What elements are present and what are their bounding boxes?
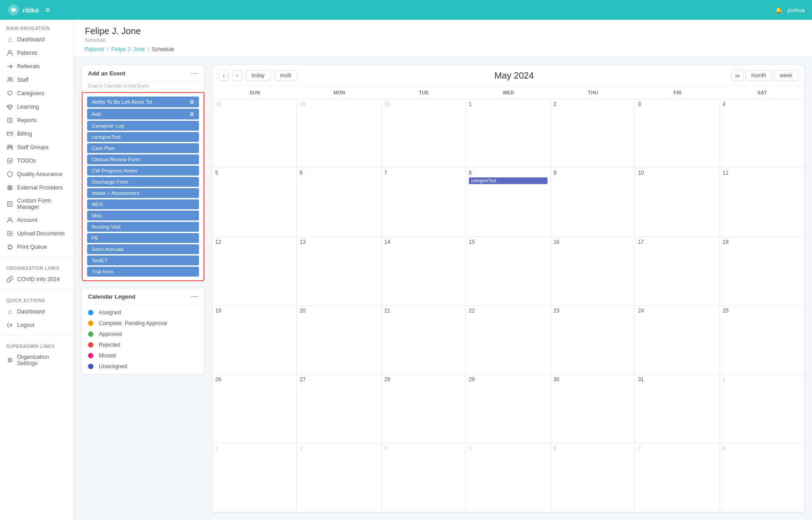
calendar-cell[interactable]: 28: [212, 99, 297, 167]
calendar-cell[interactable]: 2: [551, 99, 635, 167]
sidebar-item-custom-form-manager[interactable]: Custom Form Manager: [0, 194, 74, 213]
calendar-infinity-button[interactable]: ∞: [731, 70, 744, 81]
calendar-cell[interactable]: 3: [297, 444, 381, 512]
cell-number: 4: [384, 445, 463, 452]
legend-minimize[interactable]: —: [191, 293, 198, 300]
event-item[interactable]: Add🖥: [87, 109, 199, 119]
sidebar-item-billing[interactable]: Billing: [0, 127, 74, 141]
sidebar-item-reports[interactable]: Reports: [0, 114, 74, 127]
event-item[interactable]: PE: [87, 233, 199, 243]
calendar-cell[interactable]: 7: [635, 444, 719, 512]
calendar-cell[interactable]: 17: [635, 237, 719, 305]
calendar-cell[interactable]: 19: [212, 306, 297, 374]
calendar-cell[interactable]: 5: [466, 444, 551, 512]
calendar-cell[interactable]: 3: [635, 99, 719, 167]
sidebar-label-logout: Logout: [17, 322, 34, 328]
event-item[interactable]: TestET: [87, 256, 199, 265]
sidebar-item-account[interactable]: Account: [0, 213, 74, 227]
calendar-cell[interactable]: 20: [297, 306, 381, 374]
cell-number: 5: [469, 445, 547, 452]
sidebar-item-print-queue[interactable]: Print Queue: [0, 240, 74, 254]
calendar-cell[interactable]: 13: [297, 237, 381, 305]
calendar-cell[interactable]: 30: [551, 375, 635, 443]
sidebar-item-staff-groups[interactable]: Staff Groups: [0, 141, 74, 154]
calendar-cell[interactable]: 16: [551, 237, 635, 305]
calendar-grid: SunMonTueWedThuFriSat 28293012345678care…: [212, 86, 804, 512]
calendar-cell[interactable]: 25: [720, 306, 804, 374]
calendar-cell[interactable]: 11: [720, 168, 804, 236]
event-item[interactable]: Misc: [87, 211, 199, 220]
cell-number: 30: [553, 376, 632, 383]
calendar-month-button[interactable]: month: [746, 70, 772, 81]
calendar-cell[interactable]: 12: [212, 237, 297, 305]
event-item[interactable]: Caregiver Log: [87, 121, 199, 131]
sidebar-item-todos[interactable]: TODOs: [0, 154, 74, 167]
calendar-cell[interactable]: 22: [466, 306, 551, 374]
event-item[interactable]: Intake + Assessment: [87, 188, 199, 198]
calendar-cell[interactable]: 24: [635, 306, 719, 374]
calendar-cell[interactable]: 28: [382, 375, 466, 443]
calendar-cell[interactable]: 26: [212, 375, 297, 443]
sidebar-item-org-settings[interactable]: ⚙ Organization Settings: [0, 351, 74, 370]
event-item[interactable]: CW Progress Notes: [87, 166, 199, 176]
event-item[interactable]: Care Plan: [87, 143, 199, 153]
calendar-cell[interactable]: 1: [466, 99, 551, 167]
sidebar-item-upload-documents[interactable]: Upload Documents: [0, 227, 74, 240]
legend-header: Calendar Legend —: [82, 288, 204, 305]
calendar-cell[interactable]: 6: [297, 168, 381, 236]
calendar-cell[interactable]: 27: [297, 375, 381, 443]
calendar-day-name: Sun: [212, 86, 297, 99]
calendar-multi-button[interactable]: multi: [274, 70, 297, 81]
sidebar-item-dashboard[interactable]: ⌂ Dashboard: [0, 33, 74, 46]
event-item[interactable]: Trial form: [87, 267, 199, 277]
sidebar-item-referrals[interactable]: Referrals: [0, 60, 74, 73]
calendar-prev-button[interactable]: ‹: [219, 70, 229, 81]
calendar-cell[interactable]: 23: [551, 306, 635, 374]
breadcrumb-patient[interactable]: Felipe J. Jone: [111, 46, 145, 53]
calendar-cell[interactable]: 4: [382, 444, 466, 512]
calendar-cell[interactable]: 2: [212, 444, 297, 512]
calendar-cell[interactable]: 15: [466, 237, 551, 305]
event-item[interactable]: MDS: [87, 199, 199, 209]
hamburger-icon[interactable]: ≡: [45, 5, 50, 15]
event-item[interactable]: Nursing Visit: [87, 222, 199, 232]
calendar-cell[interactable]: 31: [635, 375, 719, 443]
calendar-week-button[interactable]: week: [774, 70, 798, 81]
calendar-next-button[interactable]: ›: [232, 70, 242, 81]
event-item[interactable]: Discharge Form: [87, 177, 199, 187]
calendar-cell[interactable]: 6: [551, 444, 635, 512]
sidebar-item-qa-dashboard[interactable]: ⌂ Dashboard: [0, 305, 74, 318]
calendar-cell[interactable]: 29: [466, 375, 551, 443]
notification-icon[interactable]: 🔔: [775, 7, 782, 13]
calendar-event[interactable]: caregiveTest: [469, 177, 547, 184]
calendar-cell[interactable]: 30: [382, 99, 466, 167]
calendar-cell[interactable]: 5: [212, 168, 297, 236]
event-item[interactable]: Semi-Annuals: [87, 244, 199, 254]
calendar-cell[interactable]: 21: [382, 306, 466, 374]
sidebar-item-logout[interactable]: Logout: [0, 318, 74, 332]
calendar-cell[interactable]: 1: [720, 375, 804, 443]
breadcrumb-patients[interactable]: Patients: [85, 46, 104, 53]
sidebar-item-staff[interactable]: Staff: [0, 73, 74, 87]
calendar-cell[interactable]: 9: [551, 168, 635, 236]
sidebar-item-patients[interactable]: Patients: [0, 46, 74, 60]
calendar-cell[interactable]: 14: [382, 237, 466, 305]
sidebar-item-learning[interactable]: Learning: [0, 100, 74, 114]
event-item[interactable]: Clinical Review Form: [87, 154, 199, 164]
event-item[interactable]: Ability To Be Left Alone Tst🖥: [87, 97, 199, 107]
calendar-cell[interactable]: 18: [720, 237, 804, 305]
sidebar-item-caregivers[interactable]: Caregivers: [0, 87, 74, 100]
calendar-cell[interactable]: 8caregiveTest: [466, 168, 551, 236]
calendar-cell[interactable]: 8: [720, 444, 804, 512]
calendar-cell[interactable]: 4: [720, 99, 804, 167]
calendar-cell[interactable]: 7: [382, 168, 466, 236]
sidebar-item-quality-assurance[interactable]: Quality Assurance: [0, 167, 74, 181]
event-item[interactable]: caregiveTest: [87, 132, 199, 142]
calendar-cell[interactable]: 29: [297, 99, 381, 167]
event-label: TestET: [92, 258, 108, 263]
calendar-cell[interactable]: 10: [635, 168, 719, 236]
calendar-today-button[interactable]: today: [246, 70, 270, 81]
sidebar-item-covid-info[interactable]: COVID Info 2024: [0, 273, 74, 286]
sidebar-item-external-providers[interactable]: External Providers: [0, 181, 74, 194]
add-event-minimize[interactable]: —: [191, 70, 198, 77]
